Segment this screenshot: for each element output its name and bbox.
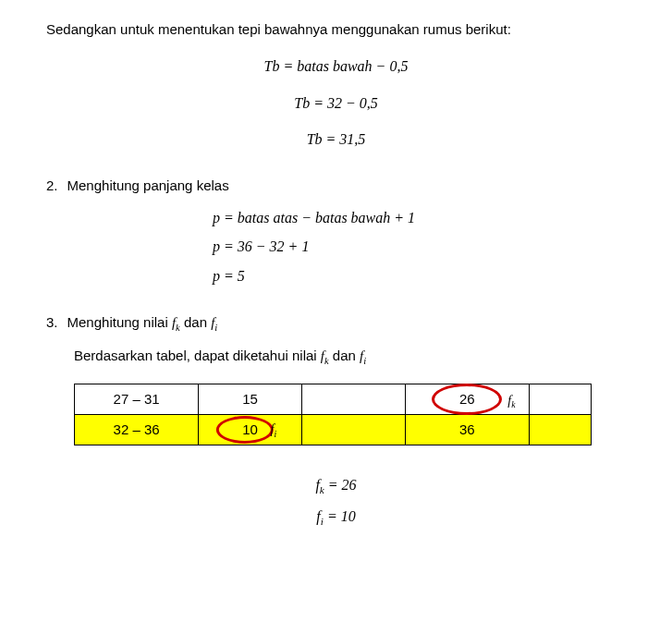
s3-fi-sub: i	[214, 323, 217, 333]
cell-r2c4: 36	[405, 415, 529, 445]
annot-fk: fk	[507, 391, 515, 412]
p-line2: p = 36 − 32 + 1	[213, 235, 626, 259]
cell-r2c1: 32 – 36	[75, 415, 199, 445]
section-3-subtext: Berdasarkan tabel, dapat diketahui nilai…	[74, 345, 626, 370]
cell-r1c4-val: 26	[459, 391, 475, 407]
annot-fi-sub: i	[274, 429, 276, 439]
s3-mid: dan	[180, 314, 211, 330]
section-3-title: Menghitung nilai fk dan fi	[67, 311, 218, 336]
s3-title-pre: Menghitung nilai	[67, 314, 172, 330]
p-formula-block: p = batas atas − batas bawah + 1 p = 36 …	[213, 206, 626, 288]
cell-r1c3	[301, 384, 405, 415]
result-fk: fk = 26	[46, 473, 626, 499]
cell-r1c4: 26 fk	[405, 384, 529, 415]
section-2-title: Menghitung panjang kelas	[67, 175, 229, 197]
s3-sub-pre: Berdasarkan tabel, dapat diketahui nilai	[74, 348, 321, 363]
tb-formula-block: Tb = batas bawah − 0,5 Tb = 32 − 0,5 Tb …	[46, 55, 626, 152]
cell-r2c3	[301, 415, 405, 445]
tb-line3: Tb = 31,5	[46, 128, 626, 152]
tb-line2: Tb = 32 − 0,5	[46, 91, 626, 116]
section-3-number: 3.	[46, 311, 58, 336]
intro-text: Sedangkan untuk menentukan tepi bawahnya…	[46, 18, 626, 41]
annot-fk-sub: k	[511, 400, 515, 410]
p-line1: p = batas atas − batas bawah + 1	[213, 206, 626, 230]
cell-r2c5	[529, 415, 591, 445]
res-fi-rest: = 10	[324, 508, 356, 524]
cell-r1c1: 27 – 31	[75, 384, 199, 415]
res-fk-rest: = 26	[324, 477, 357, 493]
p-line3: p = 5	[213, 264, 626, 288]
cell-r2c2-val: 10	[242, 421, 258, 437]
s3-sub-fi-sub: i	[363, 356, 366, 366]
cell-r1c5	[529, 384, 591, 415]
tb-line1: Tb = batas bawah − 0,5	[46, 55, 626, 79]
table-row: 27 – 31 15 26 fk	[75, 384, 592, 415]
annot-fi: fi	[271, 421, 277, 442]
section-3-heading: 3. Menghitung nilai fk dan fi	[46, 311, 626, 336]
s3-sub-mid: dan	[329, 348, 360, 363]
section-2-heading: 2. Menghitung panjang kelas	[46, 175, 626, 197]
section-2-number: 2.	[46, 175, 58, 197]
result-block: fk = 26 fi = 10	[46, 473, 626, 531]
table-row: 32 – 36 10 fi 36	[75, 415, 592, 445]
data-table: 27 – 31 15 26 fk 32 – 36 10 fi 36	[74, 384, 592, 445]
cell-r1c2: 15	[199, 384, 302, 415]
cell-r2c2: 10 fi	[199, 415, 302, 445]
result-fi: fi = 10	[46, 505, 626, 531]
